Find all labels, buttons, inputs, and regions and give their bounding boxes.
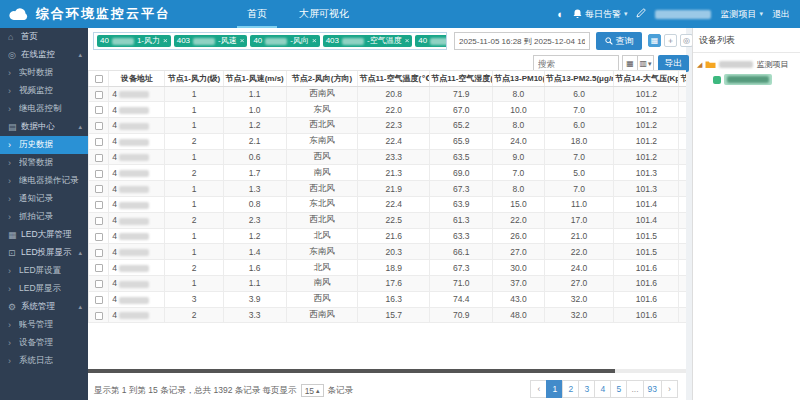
table-row[interactable]: 433.9西风16.374.443.032.0101.616242.0242: [89, 291, 687, 307]
edit-icon[interactable]: [636, 8, 646, 20]
tag-remove-icon[interactable]: ×: [163, 37, 168, 45]
sidebar-item[interactable]: ◎在线监控▴: [0, 46, 88, 64]
row-checkbox[interactable]: [95, 217, 103, 225]
daily-alarm-menu[interactable]: 每日告警 ▾: [573, 8, 628, 21]
column-header[interactable]: 节点13-PM2.5(μg/m³): [544, 71, 614, 86]
device-tree-leaf[interactable]: [713, 74, 800, 85]
table-row[interactable]: 411.1西南风20.871.98.06.0101.216492.0205: [89, 86, 687, 102]
column-header[interactable]: 节点15-光照(Lux): [679, 71, 686, 86]
sidebar-item[interactable]: ›继电器操作记录: [0, 172, 88, 190]
crosshair-icon[interactable]: ＋: [664, 34, 677, 47]
column-header[interactable]: 设备地址: [109, 71, 165, 86]
column-header[interactable]: 节点11-空气湿度(%): [430, 71, 493, 86]
page-button[interactable]: 1: [546, 380, 563, 398]
column-header[interactable]: 节点14-大气压(Kpa): [614, 71, 679, 86]
sidebar-item[interactable]: ⚙系统管理▴: [0, 298, 88, 316]
table-row[interactable]: 423.3西南风15.770.948.032.0101.613279.0208: [89, 307, 687, 323]
page-size-select[interactable]: 15 ▴: [301, 384, 324, 397]
selected-sensor-tag[interactable]: 403-空气温度×: [323, 35, 413, 47]
device-tree-root[interactable]: ◢ 监测项目: [693, 53, 800, 72]
row-checkbox[interactable]: [95, 233, 103, 241]
tree-expand-icon[interactable]: ◢: [697, 61, 702, 69]
selected-sensor-tag[interactable]: 401-风力×: [97, 35, 171, 47]
sidebar-item[interactable]: ›账号管理: [0, 316, 88, 334]
page-button[interactable]: 93: [643, 380, 662, 398]
table-row[interactable]: 411.4东南风20.366.127.022.0101.543058.0753: [89, 244, 687, 260]
table-row[interactable]: 422.3西北风22.561.322.017.0101.453310.0894: [89, 212, 687, 228]
row-checkbox[interactable]: [95, 185, 103, 193]
selected-sensor-tag[interactable]: 403-风速×: [174, 35, 248, 47]
column-header[interactable]: 节点1-风力(级): [165, 71, 223, 86]
device-address-redacted: [119, 91, 149, 98]
row-checkbox[interactable]: [95, 122, 103, 130]
logout-link[interactable]: 退出: [772, 8, 790, 21]
table-row[interactable]: 411.0东风22.067.010.07.0101.229909.0423: [89, 102, 687, 118]
next-page-button[interactable]: ›: [661, 380, 678, 398]
row-checkbox[interactable]: [95, 312, 103, 320]
sidebar-item[interactable]: ▦LED大屏管理: [0, 226, 88, 244]
query-button[interactable]: 查询: [596, 32, 642, 50]
column-header[interactable]: 节点1-风速(m/s): [223, 71, 286, 86]
table-view-icon[interactable]: ▦: [648, 34, 661, 47]
column-header[interactable]: 节点13-PM10(μg/m³): [493, 71, 545, 86]
page-button[interactable]: 3: [578, 380, 595, 398]
sidebar-item[interactable]: ›继电器控制: [0, 100, 88, 118]
sidebar-item[interactable]: ⊡LED投屏显示▴: [0, 244, 88, 262]
table-row[interactable]: 411.2北风21.663.326.021.0101.547683.0817: [89, 228, 687, 244]
sidebar-item[interactable]: ›视频监控: [0, 82, 88, 100]
sidebar-item[interactable]: ›抓拍记录: [0, 208, 88, 226]
table-row[interactable]: 421.6北风18.967.330.024.0101.620432.0231: [89, 260, 687, 276]
tab-item[interactable]: 大屏可视化: [283, 0, 365, 28]
table-row[interactable]: 411.1南风17.671.037.027.0101.617881.0220: [89, 276, 687, 292]
page-button[interactable]: 2: [562, 380, 579, 398]
device-address-redacted: [119, 249, 149, 256]
tag-remove-icon[interactable]: ×: [312, 37, 317, 45]
page-button[interactable]: 5: [610, 380, 627, 398]
row-checkbox[interactable]: [95, 296, 103, 304]
moon-icon[interactable]: ◐: [557, 9, 564, 20]
table-row[interactable]: 421.7南风21.369.07.05.0101.323806.0370: [89, 165, 687, 181]
sidebar-item[interactable]: ›历史数据: [0, 136, 88, 154]
column-header[interactable]: 节点11-空气温度(℃): [358, 71, 430, 86]
sidebar-item[interactable]: ›设备管理: [0, 334, 88, 352]
prev-page-button[interactable]: ‹: [530, 380, 547, 398]
table-row[interactable]: 422.1东南风22.465.924.018.0101.245680.0688: [89, 133, 687, 149]
row-checkbox[interactable]: [95, 91, 103, 99]
sidebar-item[interactable]: ›报警数据: [0, 154, 88, 172]
device-name-pill[interactable]: [724, 74, 772, 85]
sidebar-item[interactable]: ›通知记录: [0, 190, 88, 208]
sidebar-item[interactable]: ⌂首页: [0, 28, 88, 46]
sidebar-item[interactable]: ›LED屏设置: [0, 262, 88, 280]
row-checkbox[interactable]: [95, 264, 103, 272]
row-checkbox[interactable]: [95, 249, 103, 257]
row-checkbox[interactable]: [95, 106, 103, 114]
row-checkbox[interactable]: [95, 201, 103, 209]
table-row[interactable]: 410.6西风23.363.59.07.0101.254359.0891: [89, 149, 687, 165]
page-ellipsis[interactable]: ...: [626, 380, 643, 398]
tab-active[interactable]: 首页: [231, 0, 283, 28]
project-menu[interactable]: 监测项目 ▾: [720, 8, 763, 21]
sidebar-item[interactable]: ▤数据中心▴: [0, 118, 88, 136]
tag-remove-icon[interactable]: ×: [240, 37, 245, 45]
row-checkbox[interactable]: [95, 154, 103, 162]
table-row[interactable]: 411.3西北风21.967.38.07.0101.329349.0456: [89, 181, 687, 197]
table-row[interactable]: 410.8东北风22.463.915.011.0101.431769.0484: [89, 197, 687, 213]
device-address-redacted: [119, 218, 149, 225]
select-all-checkbox[interactable]: [95, 75, 103, 83]
selected-sensor-tag[interactable]: 40: [415, 35, 447, 47]
horizontal-scrollbar-thumb[interactable]: [88, 369, 615, 373]
column-header[interactable]: 节点2-风向(方向): [286, 71, 358, 86]
table-row[interactable]: 411.2西北风22.365.28.06.0101.241067.0615: [89, 118, 687, 134]
selected-sensor-tag[interactable]: 40-风向×: [250, 35, 319, 47]
sensor-multiselect[interactable]: 401-风力×403-风速×40-风向×403-空气温度×40▾: [93, 32, 447, 50]
tag-remove-icon[interactable]: ×: [405, 37, 410, 45]
row-checkbox[interactable]: [95, 280, 103, 288]
page-button[interactable]: 4: [594, 380, 611, 398]
sidebar-item[interactable]: ›LED屏显示: [0, 280, 88, 298]
row-checkbox[interactable]: [95, 138, 103, 146]
sidebar-item[interactable]: ›系统日志: [0, 352, 88, 370]
sidebar-item[interactable]: ›实时数据: [0, 64, 88, 82]
horizontal-scrollbar-track[interactable]: [88, 369, 686, 373]
date-range-input[interactable]: [454, 32, 590, 50]
row-checkbox[interactable]: [95, 170, 103, 178]
